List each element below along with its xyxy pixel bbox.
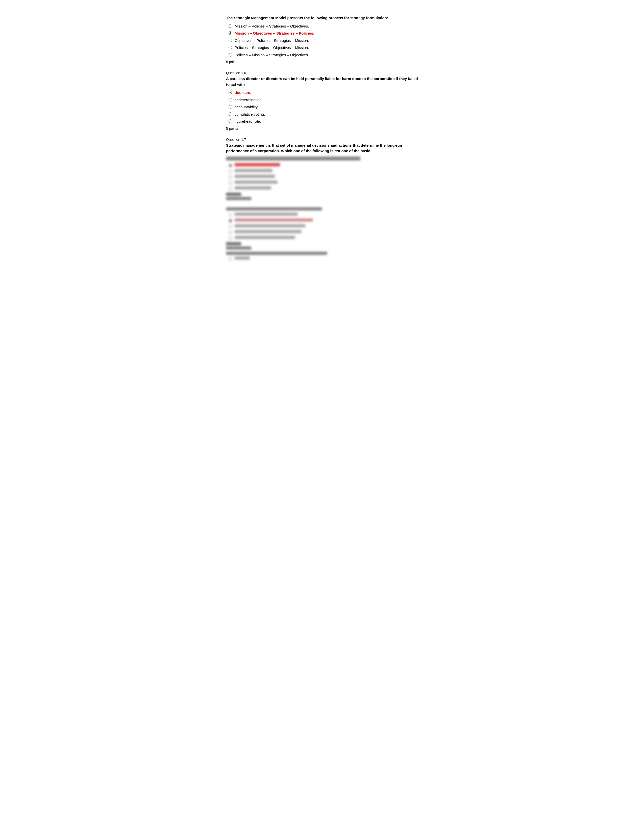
blurred-options-1-8 (229, 212, 418, 240)
blurred-option-label (235, 236, 295, 239)
radio-button[interactable] (229, 119, 232, 123)
question-number: Question 1.6 (226, 71, 418, 75)
blurred-option-item (229, 218, 418, 223)
blurred-content (226, 156, 418, 200)
option-item[interactable]: Mission – Objectives – Strategies – Poli… (229, 31, 418, 36)
question-number: Question 1.7 (226, 138, 418, 142)
blurred-question-number (226, 197, 251, 200)
option-label: Policies – Mission – Strategies – Object… (235, 52, 309, 58)
question-1-5-text: The Strategic Management Model presents … (226, 15, 418, 21)
blurred-options (229, 163, 418, 191)
option-label: Policies – Strategies – Objectives – Mis… (235, 45, 309, 51)
blurred-q-text-1 (226, 207, 322, 211)
blurred-radio-selected (229, 219, 232, 223)
blurred-option-label (235, 163, 280, 166)
option-item[interactable]: cumulative voting. (229, 112, 418, 117)
radio-button-selected[interactable] (229, 31, 232, 35)
blurred-radio (229, 236, 232, 240)
blurred-radio (229, 181, 232, 185)
question-1-8 (226, 207, 418, 261)
question-1-5: The Strategic Management Model presents … (226, 15, 418, 64)
radio-button[interactable] (229, 105, 232, 109)
points-label: 5 points (226, 60, 418, 64)
blurred-option-label (235, 230, 301, 233)
blurred-radio (229, 175, 232, 179)
question-1-7-text: Strategic management is that set of mana… (226, 143, 418, 154)
blurred-radio (229, 187, 232, 191)
option-label: accountability. (235, 104, 258, 110)
blurred-radio-inner (230, 165, 231, 166)
blurred-option-label (235, 186, 271, 190)
blurred-option-item (229, 175, 418, 179)
radio-inner (230, 32, 231, 34)
radio-button[interactable] (229, 113, 232, 116)
blurred-option-label (235, 169, 272, 172)
blurred-radio (229, 164, 232, 167)
option-item[interactable]: Policies – Strategies – Objectives – Mis… (229, 45, 418, 51)
option-label: cumulative voting. (235, 112, 265, 117)
blurred-option-item (229, 186, 418, 191)
blurred-radio (229, 257, 232, 261)
blurred-radio (229, 213, 232, 217)
option-item[interactable]: Policies – Mission – Strategies – Object… (229, 52, 418, 58)
option-item[interactable]: codetermination. (229, 97, 418, 103)
option-label: Mission – Policies – Strategies – Object… (235, 24, 309, 29)
option-item[interactable]: accountability. (229, 104, 418, 110)
blurred-option-item (229, 163, 418, 167)
blurred-radio (229, 231, 232, 234)
radio-button[interactable] (229, 53, 232, 56)
radio-button[interactable] (229, 98, 232, 101)
radio-inner (230, 92, 231, 93)
blurred-option-item (229, 256, 418, 261)
option-label-selected: due care. (235, 90, 251, 96)
blurred-option-label (235, 175, 275, 178)
question-1-6-options: due care. codetermination. accountabilit… (229, 90, 418, 124)
italic-text: not (334, 149, 340, 153)
blurred-option-label (235, 256, 250, 260)
radio-button[interactable] (229, 24, 232, 28)
blurred-option-label (235, 212, 298, 216)
blurred-q-text-2 (226, 252, 327, 255)
radio-button[interactable] (229, 39, 232, 42)
blurred-radio (229, 170, 232, 173)
blurred-option-label (235, 180, 277, 184)
option-label: figurehead role. (235, 119, 261, 124)
option-item[interactable]: due care. (229, 90, 418, 96)
blurred-option-item (229, 212, 418, 217)
option-label: codetermination. (235, 97, 262, 103)
option-item[interactable]: Mission – Policies – Strategies – Object… (229, 24, 418, 29)
points-label: 5 points (226, 127, 418, 130)
radio-button[interactable] (229, 46, 232, 49)
option-label-selected: Mission – Objectives – Strategies – Poli… (235, 31, 314, 36)
blurred-radio (229, 225, 232, 228)
question-1-6: Question 1.6 A careless director or dire… (226, 71, 418, 130)
blurred-option-item (229, 236, 418, 240)
question-1-5-options: Mission – Policies – Strategies – Object… (229, 24, 418, 58)
radio-button-selected[interactable] (229, 91, 232, 94)
option-item[interactable]: figurehead role. (229, 119, 418, 124)
blurred-option-item (229, 230, 418, 234)
question-1-6-text: A careless director or directors can be … (226, 76, 418, 87)
blurred-option-item (229, 224, 418, 228)
option-item[interactable]: Objectives – Policies – Strategies – Mis… (229, 38, 418, 43)
blurred-option-item (229, 169, 418, 173)
blurred-option-item (229, 180, 418, 185)
blurred-question-number-2 (226, 246, 251, 250)
blurred-options-1-9 (229, 256, 418, 261)
option-label: Objectives – Policies – Strategies – Mis… (235, 38, 309, 43)
blurred-points (226, 193, 241, 196)
blurred-points-2 (226, 242, 241, 245)
blurred-radio-inner (230, 220, 231, 222)
blurred-option-label-red (235, 218, 313, 222)
question-1-7: Question 1.7 Strategic management is tha… (226, 138, 418, 200)
blurred-option-label (235, 224, 305, 227)
